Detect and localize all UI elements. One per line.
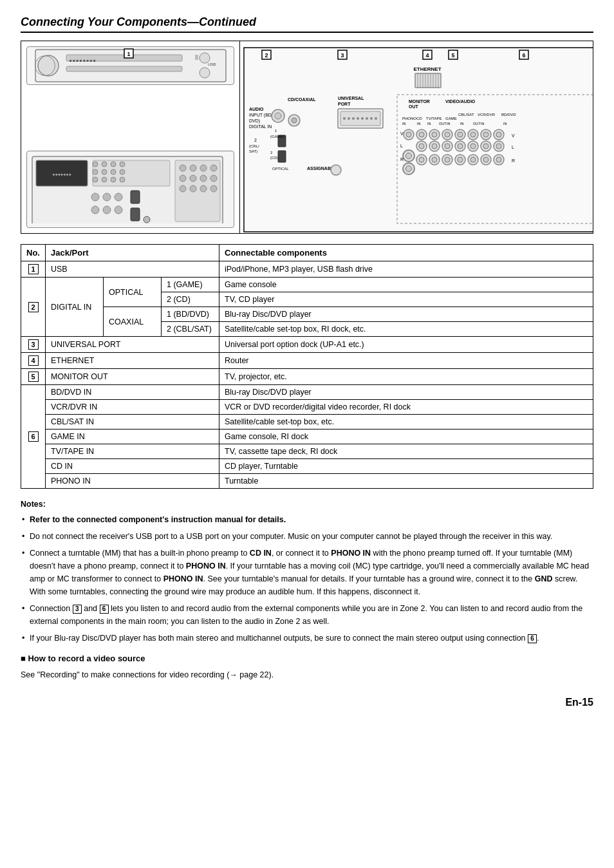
svg-point-20 (102, 169, 107, 175)
svg-point-151 (445, 144, 450, 149)
section-how-to-record: How to record a video source (21, 652, 593, 666)
diagram-right: 2 3 4 5 6 ETHERNET (240, 41, 593, 233)
svg-text:IN: IN (427, 122, 431, 126)
svg-point-144 (406, 153, 412, 159)
svg-text:(CRL/: (CRL/ (249, 144, 259, 148)
svg-point-46 (115, 193, 122, 201)
svg-text:PORT: PORT (338, 102, 351, 106)
svg-text:GAME: GAME (445, 117, 457, 120)
diagram-left: ■ ■ ■ ■ ■ ■ ■ ■ USB 1 ●●●●●●● (21, 41, 240, 233)
row-no: 1 (21, 261, 46, 278)
svg-point-92 (370, 117, 373, 120)
svg-point-36 (180, 185, 186, 192)
row-connectable: VCR or DVD recorder/digital video record… (219, 400, 593, 415)
svg-text:●●●●●●●: ●●●●●●● (52, 172, 71, 176)
device-bottom-illustration: ●●●●●●● (26, 151, 234, 228)
table-row: 6 BD/DVD IN Blu-ray Disc/DVD player (21, 385, 593, 400)
row-jack1: CBL/SAT IN (46, 415, 219, 429)
svg-text:USB: USB (208, 62, 216, 66)
svg-point-153 (458, 144, 463, 149)
svg-point-47 (91, 206, 99, 214)
row-jack1: PHONO IN (46, 474, 219, 489)
svg-text:(GAME): (GAME) (270, 135, 284, 138)
svg-text:IN: IN (503, 122, 507, 126)
svg-point-171 (470, 157, 476, 162)
connector-panel-svg: 2 3 4 5 6 ETHERNET (243, 46, 593, 233)
row-connectable: CD player, Turntable (219, 459, 593, 474)
svg-point-78 (275, 113, 281, 119)
svg-rect-100 (278, 151, 286, 162)
svg-point-49 (115, 206, 122, 214)
note-item-1: Refer to the connected component's instr… (21, 513, 593, 526)
row-jack1: TV/TAPE IN (46, 444, 219, 459)
svg-point-25 (111, 177, 116, 182)
svg-text:4: 4 (425, 52, 429, 59)
page-number: En-15 (21, 692, 593, 708)
section-how-to-record-text: See "Recording" to make connections for … (21, 668, 593, 681)
svg-point-135 (458, 132, 463, 137)
svg-text:UNIVERSAL: UNIVERSAL (338, 96, 364, 100)
svg-point-24 (102, 177, 107, 182)
svg-rect-40 (131, 191, 140, 203)
note-item-5: If your Blu-ray Disc/DVD player has both… (21, 632, 593, 645)
table-row: COAXIAL 1 (BD/DVD) Blu-ray Disc/DVD play… (21, 307, 593, 322)
row-no: 3 (21, 337, 46, 353)
svg-point-30 (200, 165, 207, 171)
table-row: 3 UNIVERSAL PORT Universal port option d… (21, 337, 593, 353)
row-jack2: OPTICAL (104, 278, 162, 307)
row-jack3: 2 (CBL/SAT) (162, 322, 219, 337)
table-row: PHONO IN Turntable (21, 474, 593, 489)
svg-text:PHONO: PHONO (402, 117, 416, 120)
col-connectable: Connectable components (219, 245, 593, 261)
svg-point-29 (190, 165, 196, 171)
row-connectable: Game console, RI dock (219, 429, 593, 444)
note-item-4: Connection 3 and 6 lets you listen to an… (21, 602, 593, 628)
svg-text:VCR/DVR: VCR/DVR (478, 113, 496, 117)
row-connectable: Satellite/cable set-top box, RI dock, et… (219, 322, 593, 337)
svg-point-127 (406, 132, 411, 137)
row-jack1: DIGITAL IN (46, 278, 104, 337)
svg-text:VIDEO/AUDIO: VIDEO/AUDIO (445, 99, 476, 104)
svg-point-90 (361, 117, 364, 120)
svg-point-137 (470, 132, 476, 137)
row-jack3: 1 (GAME) (162, 278, 219, 292)
row-connectable: Satellite/cable set-top box, etc. (219, 415, 593, 429)
svg-point-173 (483, 157, 488, 162)
col-no: No. (21, 245, 46, 261)
row-connectable: Turntable (219, 474, 593, 489)
svg-rect-6 (195, 55, 198, 60)
svg-point-141 (496, 132, 501, 137)
svg-text:L: L (512, 145, 514, 149)
diagram-area: ■ ■ ■ ■ ■ ■ ■ ■ USB 1 ●●●●●●● (21, 41, 593, 234)
row-jack1: USB (46, 261, 219, 278)
svg-text:MONITOR: MONITOR (409, 99, 430, 104)
svg-point-81 (292, 118, 297, 123)
connections-table: No. Jack/Port Connectable components 1 U… (21, 244, 593, 489)
svg-point-155 (470, 144, 476, 149)
row-jack3: 1 (BD/DVD) (162, 307, 219, 322)
row-jack1: BD/DVD IN (46, 385, 219, 400)
svg-text:2: 2 (254, 138, 257, 142)
svg-text:TV/TAPE: TV/TAPE (426, 117, 442, 120)
svg-text:OUT: OUT (439, 122, 447, 126)
svg-point-147 (419, 144, 424, 149)
row-jack1: UNIVERSAL PORT (46, 337, 219, 353)
device-top-svg: ■ ■ ■ ■ ■ ■ ■ ■ USB 1 (34, 48, 227, 84)
svg-text:3: 3 (340, 52, 344, 59)
svg-point-93 (375, 117, 377, 120)
svg-point-88 (352, 117, 355, 120)
svg-point-169 (458, 157, 463, 162)
row-jack3: 2 (CD) (162, 292, 219, 307)
svg-text:INPUT (BD/: INPUT (BD/ (249, 113, 273, 118)
svg-point-48 (103, 206, 111, 214)
table-row: 4 ETHERNET Router (21, 353, 593, 369)
row-connectable: TV, CD player (219, 292, 593, 307)
svg-point-159 (496, 144, 501, 149)
table-row: TV/TAPE IN TV, cassette tape deck, RI do… (21, 444, 593, 459)
svg-point-167 (445, 157, 450, 162)
device-bottom-svg: ●●●●●●● (31, 155, 224, 223)
row-no: 6 (21, 385, 46, 489)
svg-point-22 (120, 169, 125, 175)
svg-point-139 (483, 132, 488, 137)
row-jack1: VCR/DVR IN (46, 400, 219, 415)
